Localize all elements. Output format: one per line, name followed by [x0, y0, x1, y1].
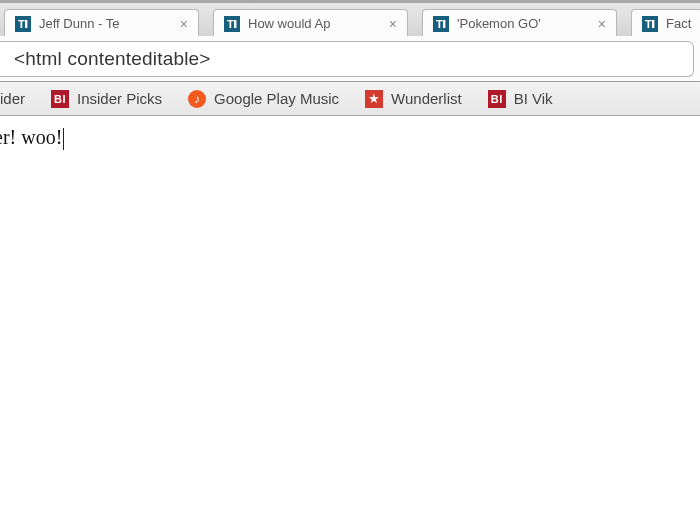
bookmark-bi-vik[interactable]: BI BI Vik [488, 90, 553, 108]
svg-text:T: T [227, 18, 234, 30]
bookmark-label: BI Vik [514, 90, 553, 107]
text-caret-icon [63, 128, 64, 150]
svg-text:T: T [18, 18, 25, 30]
svg-rect-2 [25, 20, 27, 28]
bi-icon: BI [488, 90, 506, 108]
close-icon[interactable]: × [598, 17, 606, 31]
bookmark-ider[interactable]: ider [0, 90, 25, 107]
browser-tab[interactable]: T How would Ap × [213, 9, 408, 36]
address-bar-text: <html contenteditable> [14, 48, 211, 70]
close-icon[interactable]: × [180, 17, 188, 31]
svg-rect-11 [652, 20, 654, 28]
ti-favicon: T [433, 16, 449, 32]
svg-text:T: T [436, 18, 443, 30]
bookmark-label: ider [0, 90, 25, 107]
bookmark-label: Google Play Music [214, 90, 339, 107]
editable-text[interactable]: er! woo! [0, 126, 62, 148]
close-icon[interactable]: × [389, 17, 397, 31]
tab-title: 'Pokemon GO' [457, 16, 590, 31]
address-bar-row: <html contenteditable> [0, 36, 700, 82]
bi-icon: BI [51, 90, 69, 108]
tab-strip: T Jeff Dunn - Te × T How would Ap × T 'P… [0, 0, 700, 36]
bookmarks-bar: ider BI Insider Picks ♪ Google Play Musi… [0, 82, 700, 116]
svg-rect-8 [443, 20, 445, 28]
ti-favicon: T [15, 16, 31, 32]
page-content[interactable]: er! woo! [0, 116, 700, 525]
tab-title: Jeff Dunn - Te [39, 16, 172, 31]
browser-tab[interactable]: T Jeff Dunn - Te × [4, 9, 199, 36]
bookmark-label: Wunderlist [391, 90, 462, 107]
svg-rect-5 [234, 20, 236, 28]
svg-text:T: T [645, 18, 652, 30]
ti-favicon: T [642, 16, 658, 32]
bookmark-wunderlist[interactable]: ★ Wunderlist [365, 90, 462, 108]
address-bar[interactable]: <html contenteditable> [0, 41, 694, 77]
bookmark-label: Insider Picks [77, 90, 162, 107]
tab-title: Fact [666, 16, 700, 31]
browser-tab[interactable]: T Fact [631, 9, 700, 36]
music-note-icon: ♪ [188, 90, 206, 108]
ti-favicon: T [224, 16, 240, 32]
browser-tab[interactable]: T 'Pokemon GO' × [422, 9, 617, 36]
star-icon: ★ [365, 90, 383, 108]
bookmark-insider-picks[interactable]: BI Insider Picks [51, 90, 162, 108]
bookmark-google-play-music[interactable]: ♪ Google Play Music [188, 90, 339, 108]
tab-title: How would Ap [248, 16, 381, 31]
